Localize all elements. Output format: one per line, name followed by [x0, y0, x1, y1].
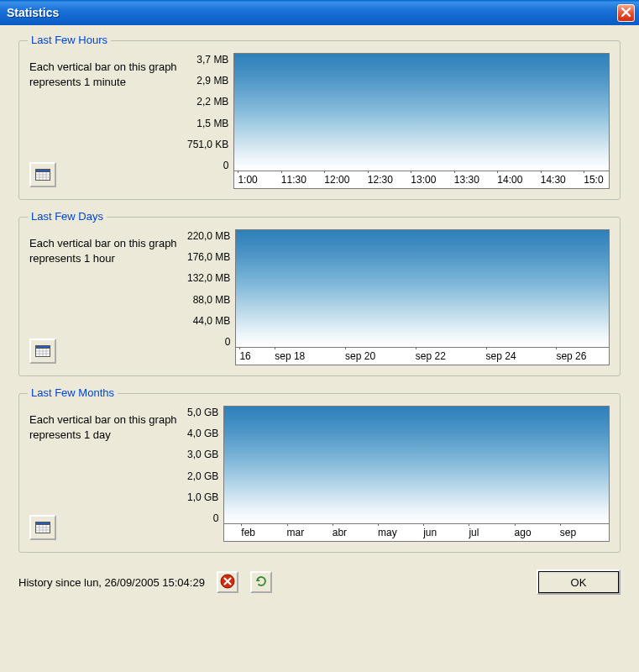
refresh-button[interactable] — [250, 571, 272, 593]
title-bar: Statistics — [0, 0, 639, 25]
y-axis-hours: 3,7 MB 2,9 MB 2,2 MB 1,5 MB 751,0 KB 0 — [187, 53, 233, 171]
calendar-button-days[interactable] — [29, 339, 56, 364]
y-tick: 1,0 GB — [187, 492, 218, 502]
y-tick: 0 — [223, 160, 229, 171]
chart-hours: 3,7 MB 2,9 MB 2,2 MB 1,5 MB 751,0 KB 0 1… — [187, 53, 610, 189]
x-tick: sep — [560, 527, 605, 538]
calendar-button-months[interactable] — [29, 515, 56, 540]
group-last-few-hours: Last Few Hours Each vertical bar on this… — [18, 40, 621, 200]
x-tick: 14:00 — [497, 174, 540, 186]
plot-hours: 1:00 11:30 12:00 12:30 13:00 13:30 14:00… — [233, 53, 610, 189]
svg-rect-15 — [36, 522, 50, 525]
plot-area-months — [224, 407, 609, 524]
y-tick: 0 — [225, 337, 231, 347]
client-area: Last Few Hours Each vertical bar on this… — [0, 25, 639, 672]
close-button[interactable] — [617, 4, 635, 22]
x-tick: 14:30 — [541, 174, 584, 186]
x-tick: 12:30 — [368, 174, 411, 186]
x-tick: 1:00 — [238, 174, 280, 186]
svg-rect-1 — [36, 170, 50, 172]
group-title-months: Last Few Months — [28, 386, 118, 399]
history-since-label: History since lun, 26/09/2005 15:04:29 — [18, 576, 205, 589]
delete-icon — [220, 574, 235, 591]
footer: History since lun, 26/09/2005 15:04:29 O… — [18, 570, 621, 595]
y-tick: 1,5 MB — [196, 118, 228, 129]
chart-months: 5,0 GB 4,0 GB 3,0 GB 2,0 GB 1,0 GB 0 feb… — [187, 406, 610, 542]
x-tick: jun — [423, 527, 469, 538]
group-title-days: Last Few Days — [28, 210, 107, 223]
y-tick: 176,0 MB — [187, 252, 230, 262]
y-tick: 220,0 MB — [187, 231, 230, 241]
calendar-icon — [35, 520, 50, 535]
x-tick: 11:30 — [281, 174, 324, 186]
close-icon — [621, 6, 631, 19]
y-axis-months: 5,0 GB 4,0 GB 3,0 GB 2,0 GB 1,0 GB 0 — [187, 406, 223, 523]
x-tick: feb — [241, 527, 286, 538]
x-tick: abr — [333, 527, 378, 538]
y-tick: 2,2 MB — [196, 97, 228, 107]
y-tick: 3,0 GB — [187, 449, 218, 459]
x-tick: may — [378, 527, 423, 538]
x-tick: 15:0 — [584, 174, 605, 186]
y-tick: 751,0 KB — [187, 139, 228, 150]
delete-history-button[interactable] — [217, 571, 238, 593]
y-tick: 5,0 GB — [187, 407, 218, 417]
desc-months: Each vertical bar on this graph represen… — [29, 412, 181, 442]
y-tick: 44,0 MB — [193, 316, 231, 326]
calendar-icon — [35, 344, 50, 359]
x-tick: jul — [469, 527, 514, 538]
desc-hours: Each vertical bar on this graph represen… — [29, 60, 181, 89]
calendar-button-hours[interactable] — [29, 162, 56, 187]
svg-rect-8 — [36, 346, 50, 349]
y-tick: 132,0 MB — [187, 273, 230, 283]
plot-area-days — [236, 230, 609, 348]
plot-months: feb mar abr may jun jul ago sep — [223, 406, 610, 542]
y-tick: 88,0 MB — [193, 295, 231, 305]
y-tick: 3,7 MB — [196, 55, 228, 65]
x-tick: ago — [515, 527, 560, 538]
x-tick: 13:30 — [454, 174, 497, 186]
group-last-few-months: Last Few Months Each vertical bar on thi… — [18, 393, 621, 553]
y-tick: 4,0 GB — [187, 428, 218, 438]
plot-area-hours — [234, 54, 609, 171]
y-tick: 2,9 MB — [196, 76, 228, 86]
plot-days: 16 sep 18 sep 20 sep 22 sep 24 sep 26 — [235, 229, 610, 365]
x-tick: 13:00 — [411, 174, 453, 186]
desc-days: Each vertical bar on this graph represen… — [29, 236, 181, 265]
x-tick: sep 20 — [345, 350, 416, 362]
y-axis-days: 220,0 MB 176,0 MB 132,0 MB 88,0 MB 44,0 … — [187, 229, 235, 347]
x-tick: mar — [287, 527, 333, 538]
chart-days: 220,0 MB 176,0 MB 132,0 MB 88,0 MB 44,0 … — [187, 229, 610, 365]
x-axis-days: 16 sep 18 sep 20 sep 22 sep 24 sep 26 — [236, 348, 609, 365]
x-tick: 16 — [239, 350, 275, 362]
y-tick: 0 — [213, 513, 219, 523]
group-title-hours: Last Few Hours — [28, 34, 111, 46]
refresh-icon — [254, 575, 268, 590]
calendar-icon — [35, 167, 50, 182]
group-last-few-days: Last Few Days Each vertical bar on this … — [18, 217, 621, 376]
x-axis-hours: 1:00 11:30 12:00 12:30 13:00 13:30 14:00… — [234, 171, 609, 188]
x-tick: sep 24 — [486, 350, 557, 362]
y-tick: 2,0 GB — [187, 471, 218, 481]
x-tick: sep 26 — [556, 350, 605, 362]
x-axis-months: feb mar abr may jun jul ago sep — [224, 524, 609, 541]
x-tick: 12:00 — [324, 174, 367, 186]
x-tick: sep 18 — [275, 350, 345, 362]
ok-button[interactable]: OK — [537, 570, 621, 595]
x-tick: sep 22 — [416, 350, 486, 362]
window-title: Statistics — [7, 6, 617, 19]
